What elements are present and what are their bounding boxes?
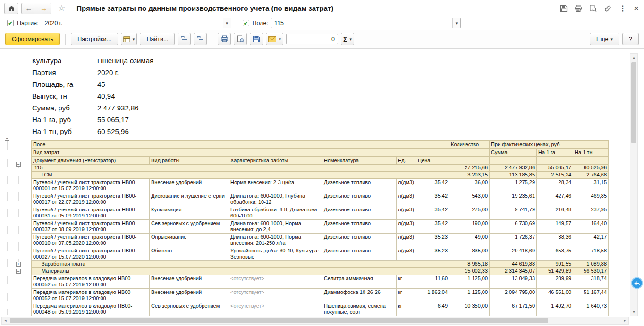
cell-per-tn[interactable]: 718,58 (573, 247, 609, 261)
cell-sum[interactable]: 13 049,33 (490, 275, 537, 289)
mail-dropdown-icon[interactable]: ▾ (279, 37, 281, 42)
scroll-right-icon[interactable]: ► (621, 317, 628, 324)
cell-sum[interactable]: 29 418,69 (490, 247, 537, 261)
cell-work-desc[interactable]: Глубина обработки: 6-8, Длина гона: 600-… (229, 206, 322, 220)
report-variant-dropdown-icon[interactable]: ▾ (133, 37, 135, 42)
horizontal-scrollbar[interactable]: ◄ ► (1, 317, 629, 325)
cell-price[interactable]: 6,49 (416, 302, 449, 316)
batch-filter-dropdown-icon[interactable]: ▾ (223, 18, 231, 28)
cell-work-desc[interactable]: <отсутствует> (229, 275, 322, 289)
cell-nomenclature[interactable]: Дизельное топливо (322, 179, 397, 192)
cell-work-type[interactable]: Дискование и лущение стерни (150, 192, 229, 206)
cell-per-tn[interactable]: 60 525,96 (573, 165, 609, 172)
cell-sum[interactable]: 19 235,61 (490, 192, 537, 206)
cell-quantity[interactable]: 3 203,15 (449, 172, 490, 179)
sum-dropdown-icon[interactable]: ▾ (349, 37, 352, 42)
cell-per-tn[interactable]: 42,17 (573, 234, 609, 247)
expand-groups-button[interactable] (194, 33, 207, 45)
scroll-down-icon[interactable]: ▼ (630, 309, 637, 316)
cell-price[interactable]: 35,23 (416, 234, 449, 247)
cell-per-ha[interactable]: 427,46 (537, 192, 573, 206)
collapse-marker-report[interactable]: − (5, 136, 9, 141)
horizontal-scroll-thumb[interactable] (10, 318, 548, 323)
group-label-cell[interactable]: ГСМ (32, 172, 449, 179)
cell-work-desc[interactable]: <отсутствует> (229, 289, 322, 302)
cell-per-ha[interactable]: 289,99 (537, 275, 573, 289)
print-preview-icon[interactable] (589, 5, 597, 12)
cell-price[interactable]: 35,42 (416, 179, 449, 192)
cell-work-type[interactable]: Сев зерновых с удобрением (150, 220, 229, 234)
sum-button[interactable]: Σ ▾ (341, 33, 354, 45)
cell-work-type[interactable]: Обмолот (150, 247, 229, 261)
cell-document[interactable]: Путевой / учетный лист тракториста НВ00-… (32, 179, 150, 192)
field-filter-checkbox[interactable]: ✔ (243, 20, 249, 26)
cell-sum[interactable]: 2 094 795,00 (490, 289, 537, 302)
cell-per-ha[interactable]: 216,48 (537, 206, 573, 220)
info-value[interactable]: 45 (97, 80, 105, 88)
cell-per-tn[interactable]: 237,95 (573, 206, 609, 220)
autosum-field[interactable] (286, 34, 338, 44)
cell-per-tn[interactable]: 164,40 (573, 220, 609, 234)
cell-work-type[interactable]: Культивация (150, 206, 229, 220)
cell-unit[interactable]: л(дм3) (397, 247, 416, 261)
cell-sum[interactable]: 67 171,50 (490, 302, 537, 316)
cell-price[interactable]: 35,42 (416, 206, 449, 220)
cell-document[interactable]: Путевой / учетный лист тракториста НВ00-… (32, 220, 150, 234)
cell-unit[interactable]: л(дм3) (397, 234, 416, 247)
cell-sum[interactable]: 1 726,37 (490, 234, 537, 247)
cell-price[interactable]: 11,60 (416, 275, 449, 289)
info-value[interactable]: Пшеница озимая (97, 57, 153, 65)
cell-sum[interactable]: 2 314 345,07 (490, 268, 537, 275)
cell-nomenclature[interactable]: Дизельное топливо (322, 192, 397, 206)
cell-per-ha[interactable]: 2 515,24 (537, 172, 573, 179)
group-label-cell[interactable]: Заработная плата (32, 261, 449, 268)
cell-document[interactable]: Путевой / учетный лист тракториста НВ00-… (32, 247, 150, 261)
cell-work-type[interactable]: Внесение удобрений (150, 179, 229, 192)
cell-document[interactable]: Путевой / учетный лист тракториста НВ00-… (32, 234, 150, 247)
cell-per-tn[interactable]: 31,15 (573, 179, 609, 192)
batch-filter-combo[interactable]: 2020 г. ▾ (42, 18, 231, 28)
cell-per-tn[interactable]: 1 640,73 (573, 302, 609, 316)
cell-work-desc[interactable]: Урожайность ,цн/га: 30-40, Культура: Зер… (229, 247, 322, 261)
cell-price[interactable]: 35,42 (416, 220, 449, 234)
scroll-left-icon[interactable]: ◄ (2, 317, 9, 324)
home-button[interactable] (4, 3, 18, 14)
cell-unit[interactable]: л(дм3) (397, 192, 416, 206)
more-menu-icon[interactable]: ⋮ (619, 4, 627, 13)
cell-unit[interactable]: кг (397, 275, 416, 289)
cell-work-type[interactable]: Внесение удобрений (150, 289, 229, 302)
save-result-button[interactable] (250, 33, 263, 45)
collapse-marker-field-115[interactable]: − (16, 162, 21, 167)
cell-per-tn[interactable]: 2 764,68 (573, 172, 609, 179)
cell-document[interactable]: Путевой / учетный лист тракториста НВ00-… (32, 192, 150, 206)
favorite-star-icon[interactable]: ☆ (58, 3, 65, 13)
cell-per-ha[interactable]: 653,75 (537, 247, 573, 261)
cell-unit[interactable]: л(дм3) (397, 179, 416, 192)
cell-nomenclature[interactable]: Дизельное топливо (322, 247, 397, 261)
cell-per-ha[interactable]: 51 429,89 (537, 268, 573, 275)
cell-sum[interactable]: 113 185,85 (490, 172, 537, 179)
cell-quantity[interactable]: 8 965,18 (449, 261, 490, 268)
expand-marker-salary[interactable]: + (16, 262, 21, 267)
cell-quantity[interactable]: 543,00 (449, 192, 490, 206)
cell-nomenclature[interactable]: Дизельное топливо (322, 220, 397, 234)
vertical-scroll-thumb[interactable] (631, 62, 636, 143)
group-label-cell[interactable]: Материалы (32, 268, 449, 275)
cell-unit[interactable]: л(дм3) (397, 206, 416, 220)
cell-quantity[interactable]: 15 002,33 (449, 268, 490, 275)
cell-work-desc[interactable]: Длина гона: 600-1000, Норма внесения: до… (229, 220, 322, 234)
cell-nomenclature[interactable]: Дизельное топливо (322, 234, 397, 247)
info-value[interactable]: 40,94 (97, 92, 115, 100)
cell-work-desc[interactable]: Длина гона: 600-1000, Глубина обработки:… (229, 192, 322, 206)
field-filter-combo[interactable]: 115 ▾ (271, 18, 461, 28)
cell-quantity[interactable]: 10 350,00 (449, 302, 490, 316)
cell-work-type[interactable]: Опрыскивание (150, 234, 229, 247)
cell-unit[interactable]: кг (397, 289, 416, 302)
cell-quantity[interactable]: 275,00 (449, 206, 490, 220)
send-mail-button[interactable]: ▾ (266, 33, 283, 45)
cell-quantity[interactable]: 49,00 (449, 234, 490, 247)
cell-per-ha[interactable]: 38,36 (537, 234, 573, 247)
print-button[interactable] (218, 33, 231, 45)
group-label-cell[interactable]: 115 (32, 165, 449, 172)
cell-quantity[interactable]: 1 125,00 (449, 275, 490, 289)
